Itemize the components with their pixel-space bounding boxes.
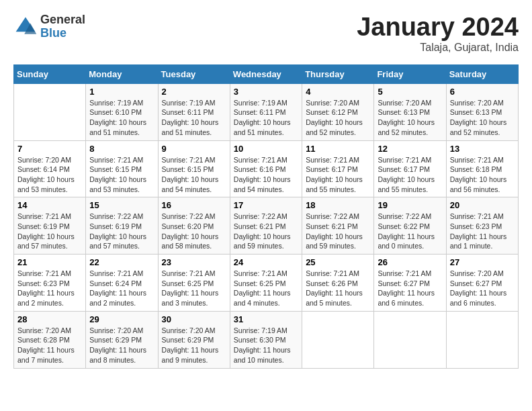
day-info: Sunrise: 7:22 AM Sunset: 6:20 PM Dayligh…: [162, 212, 226, 251]
calendar-week-3: 14Sunrise: 7:21 AM Sunset: 6:19 PM Dayli…: [14, 197, 519, 255]
day-number: 6: [450, 87, 515, 97]
day-info: Sunrise: 7:21 AM Sunset: 6:15 PM Dayligh…: [162, 155, 226, 195]
day-number: 21: [17, 257, 82, 267]
calendar-cell: 30Sunrise: 7:20 AM Sunset: 6:29 PM Dayli…: [158, 311, 230, 368]
day-info: Sunrise: 7:20 AM Sunset: 6:13 PM Dayligh…: [450, 98, 515, 138]
day-info: Sunrise: 7:22 AM Sunset: 6:21 PM Dayligh…: [306, 212, 370, 251]
calendar-week-5: 28Sunrise: 7:20 AM Sunset: 6:28 PM Dayli…: [14, 311, 519, 368]
logo-general-text: General: [40, 13, 85, 27]
calendar-cell: 20Sunrise: 7:21 AM Sunset: 6:23 PM Dayli…: [446, 197, 518, 255]
day-info: Sunrise: 7:21 AM Sunset: 6:23 PM Dayligh…: [450, 212, 515, 251]
calendar-cell: 10Sunrise: 7:21 AM Sunset: 6:16 PM Dayli…: [230, 140, 302, 197]
day-info: Sunrise: 7:21 AM Sunset: 6:17 PM Dayligh…: [306, 155, 370, 195]
day-info: Sunrise: 7:20 AM Sunset: 6:12 PM Dayligh…: [306, 98, 370, 138]
header-cell-sunday: Sunday: [14, 64, 86, 83]
logo: General Blue: [13, 13, 85, 40]
calendar-cell: 16Sunrise: 7:22 AM Sunset: 6:20 PM Dayli…: [158, 197, 230, 255]
day-info: Sunrise: 7:21 AM Sunset: 6:27 PM Dayligh…: [378, 269, 442, 308]
day-info: Sunrise: 7:20 AM Sunset: 6:29 PM Dayligh…: [162, 326, 226, 365]
day-number: 17: [234, 200, 298, 210]
month-year-title: January 2024: [357, 13, 519, 42]
calendar-cell: 22Sunrise: 7:21 AM Sunset: 6:24 PM Dayli…: [86, 255, 158, 312]
day-number: 2: [162, 87, 226, 97]
day-number: 18: [306, 200, 370, 210]
header-cell-thursday: Thursday: [302, 64, 374, 83]
calendar-cell: 24Sunrise: 7:21 AM Sunset: 6:25 PM Dayli…: [230, 255, 302, 312]
day-number: 27: [450, 257, 515, 267]
logo-icon: [13, 15, 38, 39]
day-info: Sunrise: 7:20 AM Sunset: 6:27 PM Dayligh…: [450, 269, 515, 308]
calendar-cell: 25Sunrise: 7:21 AM Sunset: 6:26 PM Dayli…: [302, 255, 374, 312]
day-info: Sunrise: 7:20 AM Sunset: 6:28 PM Dayligh…: [17, 326, 82, 365]
calendar-cell: [446, 311, 518, 368]
day-number: 4: [306, 87, 370, 97]
day-number: 11: [306, 144, 370, 154]
day-number: 7: [17, 144, 82, 154]
day-info: Sunrise: 7:21 AM Sunset: 6:24 PM Dayligh…: [89, 269, 154, 308]
day-info: Sunrise: 7:19 AM Sunset: 6:11 PM Dayligh…: [234, 98, 298, 138]
day-info: Sunrise: 7:22 AM Sunset: 6:21 PM Dayligh…: [234, 212, 298, 251]
calendar-cell: [302, 311, 374, 368]
calendar-cell: 18Sunrise: 7:22 AM Sunset: 6:21 PM Dayli…: [302, 197, 374, 255]
day-info: Sunrise: 7:21 AM Sunset: 6:19 PM Dayligh…: [17, 212, 82, 251]
day-number: 23: [162, 257, 226, 267]
day-info: Sunrise: 7:19 AM Sunset: 6:30 PM Dayligh…: [234, 326, 298, 365]
calendar-cell: 28Sunrise: 7:20 AM Sunset: 6:28 PM Dayli…: [14, 311, 86, 368]
calendar-cell: 13Sunrise: 7:21 AM Sunset: 6:18 PM Dayli…: [446, 140, 518, 197]
day-info: Sunrise: 7:21 AM Sunset: 6:15 PM Dayligh…: [89, 155, 154, 195]
calendar-cell: 19Sunrise: 7:22 AM Sunset: 6:22 PM Dayli…: [374, 197, 446, 255]
logo-blue-text: Blue: [40, 27, 85, 40]
day-number: 10: [234, 144, 298, 154]
calendar-cell: 11Sunrise: 7:21 AM Sunset: 6:17 PM Dayli…: [302, 140, 374, 197]
calendar-cell: [374, 311, 446, 368]
calendar-cell: 12Sunrise: 7:21 AM Sunset: 6:17 PM Dayli…: [374, 140, 446, 197]
calendar-cell: 17Sunrise: 7:22 AM Sunset: 6:21 PM Dayli…: [230, 197, 302, 255]
day-number: 28: [17, 314, 82, 324]
calendar-table: SundayMondayTuesdayWednesdayThursdayFrid…: [13, 64, 519, 369]
day-info: Sunrise: 7:19 AM Sunset: 6:10 PM Dayligh…: [89, 98, 154, 138]
calendar-week-2: 7Sunrise: 7:20 AM Sunset: 6:14 PM Daylig…: [14, 140, 519, 197]
day-info: Sunrise: 7:21 AM Sunset: 6:16 PM Dayligh…: [234, 155, 298, 195]
day-info: Sunrise: 7:20 AM Sunset: 6:13 PM Dayligh…: [378, 98, 442, 138]
calendar-cell: 27Sunrise: 7:20 AM Sunset: 6:27 PM Dayli…: [446, 255, 518, 312]
day-info: Sunrise: 7:21 AM Sunset: 6:23 PM Dayligh…: [17, 269, 82, 308]
calendar-cell: 5Sunrise: 7:20 AM Sunset: 6:13 PM Daylig…: [374, 83, 446, 140]
day-number: 8: [89, 144, 154, 154]
calendar-cell: 6Sunrise: 7:20 AM Sunset: 6:13 PM Daylig…: [446, 83, 518, 140]
day-number: 14: [17, 200, 82, 210]
day-info: Sunrise: 7:21 AM Sunset: 6:17 PM Dayligh…: [378, 155, 442, 195]
calendar-cell: 31Sunrise: 7:19 AM Sunset: 6:30 PM Dayli…: [230, 311, 302, 368]
header-row: SundayMondayTuesdayWednesdayThursdayFrid…: [14, 64, 519, 83]
calendar-cell: 29Sunrise: 7:20 AM Sunset: 6:29 PM Dayli…: [86, 311, 158, 368]
calendar-cell: 21Sunrise: 7:21 AM Sunset: 6:23 PM Dayli…: [14, 255, 86, 312]
day-number: 29: [89, 314, 154, 324]
calendar-week-4: 21Sunrise: 7:21 AM Sunset: 6:23 PM Dayli…: [14, 255, 519, 312]
header-cell-friday: Friday: [374, 64, 446, 83]
day-number: 3: [234, 87, 298, 97]
day-number: 12: [378, 144, 442, 154]
calendar-cell: 4Sunrise: 7:20 AM Sunset: 6:12 PM Daylig…: [302, 83, 374, 140]
header-cell-monday: Monday: [86, 64, 158, 83]
header-cell-tuesday: Tuesday: [158, 64, 230, 83]
title-block: January 2024 Talaja, Gujarat, India: [357, 13, 519, 54]
calendar-cell: 14Sunrise: 7:21 AM Sunset: 6:19 PM Dayli…: [14, 197, 86, 255]
calendar-cell: 26Sunrise: 7:21 AM Sunset: 6:27 PM Dayli…: [374, 255, 446, 312]
calendar-body: 1Sunrise: 7:19 AM Sunset: 6:10 PM Daylig…: [14, 83, 519, 368]
day-info: Sunrise: 7:22 AM Sunset: 6:19 PM Dayligh…: [89, 212, 154, 251]
day-info: Sunrise: 7:20 AM Sunset: 6:14 PM Dayligh…: [17, 155, 82, 195]
day-number: 19: [378, 200, 442, 210]
calendar-cell: 7Sunrise: 7:20 AM Sunset: 6:14 PM Daylig…: [14, 140, 86, 197]
day-number: 16: [162, 200, 226, 210]
day-number: 30: [162, 314, 226, 324]
logo-text: General Blue: [40, 13, 85, 40]
day-number: 22: [89, 257, 154, 267]
day-info: Sunrise: 7:22 AM Sunset: 6:22 PM Dayligh…: [378, 212, 442, 251]
day-info: Sunrise: 7:21 AM Sunset: 6:25 PM Dayligh…: [234, 269, 298, 308]
calendar-cell: 1Sunrise: 7:19 AM Sunset: 6:10 PM Daylig…: [86, 83, 158, 140]
day-info: Sunrise: 7:20 AM Sunset: 6:29 PM Dayligh…: [89, 326, 154, 365]
day-number: 13: [450, 144, 515, 154]
calendar-cell: 15Sunrise: 7:22 AM Sunset: 6:19 PM Dayli…: [86, 197, 158, 255]
day-info: Sunrise: 7:21 AM Sunset: 6:26 PM Dayligh…: [306, 269, 370, 308]
calendar-cell: 3Sunrise: 7:19 AM Sunset: 6:11 PM Daylig…: [230, 83, 302, 140]
day-number: 25: [306, 257, 370, 267]
